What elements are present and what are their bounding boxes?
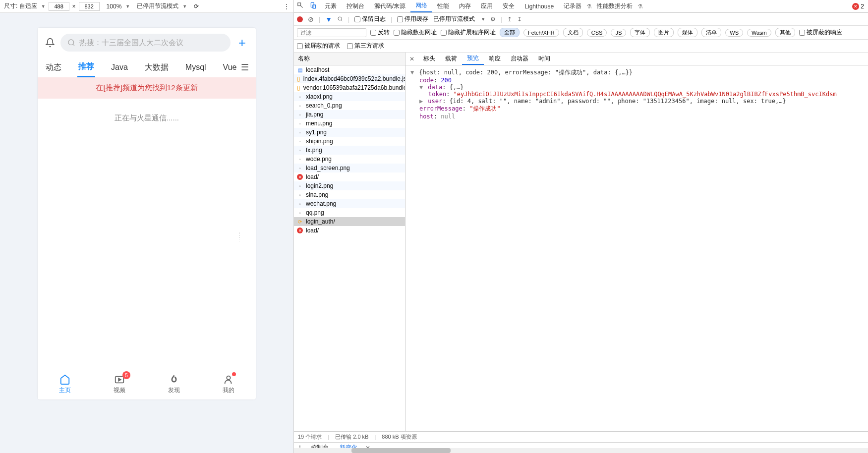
- img-icon: ▫: [297, 103, 303, 109]
- record-button[interactable]: [297, 16, 303, 22]
- throttle-label[interactable]: 已停用节流模式: [137, 2, 178, 10]
- inspect-icon[interactable]: [294, 2, 307, 10]
- request-row[interactable]: ✕load/: [294, 226, 405, 235]
- search-bar[interactable]: 热搜：十三届全国人大二次会议: [60, 34, 231, 52]
- request-row[interactable]: ▫qq.png: [294, 208, 405, 217]
- tab-java[interactable]: Java: [110, 59, 129, 76]
- search-icon[interactable]: [337, 15, 343, 23]
- plus-icon[interactable]: +: [235, 35, 249, 51]
- tab-application[interactable]: 应用: [476, 0, 498, 12]
- chip-other[interactable]: 其他: [775, 28, 795, 37]
- filter-icon[interactable]: ▼: [325, 15, 332, 23]
- tab-vue[interactable]: Vue: [222, 59, 238, 76]
- dtab-preview[interactable]: 预览: [462, 53, 484, 65]
- blocked-req-checkbox[interactable]: 被屏蔽的请求: [297, 42, 340, 50]
- preserve-log-checkbox[interactable]: 保留日志: [354, 15, 386, 23]
- close-icon[interactable]: ✕: [405, 56, 418, 62]
- tab-lighthouse[interactable]: Lighthouse: [520, 0, 559, 12]
- dtab-payload[interactable]: 载荷: [440, 53, 462, 65]
- tab-sources[interactable]: 源代码/来源: [369, 0, 410, 12]
- invert-checkbox[interactable]: 反转: [370, 28, 390, 37]
- request-row[interactable]: ⟳login_auth/: [294, 217, 405, 226]
- nav-home[interactable]: 主页: [38, 369, 92, 399]
- dtab-timing[interactable]: 时间: [533, 53, 555, 65]
- height-input[interactable]: [79, 2, 100, 11]
- nav-discover[interactable]: 发现: [147, 369, 201, 399]
- request-row[interactable]: {}index.4fabcd46bc0f939c52a2.bundle.js: [294, 74, 405, 83]
- drawer-scrollbar[interactable]: [294, 448, 868, 453]
- filter-input[interactable]: [297, 28, 366, 37]
- tab-perf-insights[interactable]: 性能数据分析: [592, 0, 637, 12]
- blocked-resp-checkbox[interactable]: 被屏蔽的响应: [799, 28, 842, 37]
- request-row[interactable]: ✕load/: [294, 172, 405, 181]
- request-row[interactable]: ▫login2.png: [294, 181, 405, 190]
- request-row[interactable]: ▫fx.png: [294, 146, 405, 155]
- chip-doc[interactable]: 文档: [563, 28, 583, 37]
- nav-video[interactable]: 视频 5: [92, 369, 147, 399]
- request-row[interactable]: {}vendor.106539abafa21725da6b.bundle.js: [294, 83, 405, 92]
- nav-mine[interactable]: 我的: [201, 369, 256, 399]
- dtab-headers[interactable]: 标头: [418, 53, 440, 65]
- vertical-splitter[interactable]: ⋮⋮: [237, 226, 240, 246]
- chevron-down-icon[interactable]: ▼: [481, 17, 485, 22]
- request-row[interactable]: ▫load_screen.png: [294, 164, 405, 172]
- request-row[interactable]: ▫sina.png: [294, 190, 405, 199]
- tab-elements[interactable]: 元素: [320, 0, 342, 12]
- chip-font[interactable]: 字体: [630, 28, 650, 37]
- chevron-down-icon[interactable]: ▼: [41, 4, 46, 9]
- hide-data-checkbox[interactable]: 隐藏数据网址: [394, 28, 437, 37]
- chevron-down-icon[interactable]: ▼: [125, 4, 130, 9]
- tab-bigdata[interactable]: 大数据: [144, 58, 170, 77]
- preview-body[interactable]: ▼ {host: null, code: 200, errorMessage: …: [405, 65, 868, 431]
- request-row[interactable]: ▫menu.png: [294, 119, 405, 128]
- third-party-checkbox[interactable]: 第三方请求: [347, 42, 384, 50]
- bell-icon[interactable]: [45, 37, 56, 48]
- more-icon[interactable]: ⋮: [284, 3, 289, 10]
- request-row[interactable]: ▫xiaoxi.png: [294, 92, 405, 101]
- rotate-icon[interactable]: ⟳: [194, 3, 199, 10]
- device-toggle-icon[interactable]: [307, 2, 320, 10]
- disable-cache-checkbox[interactable]: 停用缓存: [397, 15, 428, 23]
- chip-all[interactable]: 全部: [500, 28, 520, 37]
- throttle-dropdown[interactable]: 已停用节流模式: [433, 15, 475, 23]
- list-header-name[interactable]: 名称: [294, 53, 405, 65]
- chip-js[interactable]: JS: [611, 29, 626, 37]
- tab-dynamic[interactable]: 动态: [45, 58, 62, 77]
- request-row[interactable]: ▫shipin.png: [294, 137, 405, 146]
- tab-security[interactable]: 安全: [498, 0, 520, 12]
- chip-fetch[interactable]: Fetch/XHR: [523, 29, 559, 37]
- tab-recorder[interactable]: 记录器: [559, 0, 586, 12]
- upload-icon[interactable]: ↥: [507, 16, 512, 23]
- wifi-icon[interactable]: ⚙: [490, 16, 496, 23]
- chip-css[interactable]: CSS: [587, 29, 607, 37]
- chip-img[interactable]: 图片: [654, 28, 674, 37]
- tab-mysql[interactable]: Mysql: [184, 59, 207, 76]
- request-row[interactable]: ▫sy1.png: [294, 128, 405, 137]
- dtab-response[interactable]: 响应: [484, 53, 506, 65]
- tab-performance[interactable]: 性能: [432, 0, 454, 12]
- dtab-initiator[interactable]: 启动器: [506, 53, 533, 65]
- tab-network[interactable]: 网络: [410, 0, 432, 12]
- chip-manifest[interactable]: 清单: [701, 28, 721, 37]
- clear-button[interactable]: ⊘: [308, 15, 314, 23]
- chip-ws[interactable]: WS: [725, 29, 743, 37]
- request-row[interactable]: ▤localhost: [294, 65, 405, 74]
- size-label[interactable]: 尺寸: 自适应: [4, 2, 37, 10]
- zoom-label[interactable]: 100%: [107, 3, 122, 10]
- hide-ext-checkbox[interactable]: 隐藏扩展程序网址: [441, 28, 496, 37]
- request-row[interactable]: ▫wode.png: [294, 155, 405, 164]
- menu-icon[interactable]: ☰: [241, 62, 249, 73]
- error-badge[interactable]: ✕ 2: [852, 3, 864, 10]
- chip-wasm[interactable]: Wasm: [747, 29, 771, 37]
- tab-memory[interactable]: 内存: [454, 0, 476, 12]
- width-input[interactable]: [49, 2, 69, 11]
- request-name: xiaoxi.png: [306, 93, 333, 100]
- tab-console[interactable]: 控制台: [342, 0, 369, 12]
- tab-recommend[interactable]: 推荐: [77, 57, 95, 77]
- download-icon[interactable]: ↧: [517, 16, 522, 23]
- chevron-down-icon[interactable]: ▼: [182, 4, 187, 9]
- request-row[interactable]: ▫search_0.png: [294, 101, 405, 110]
- request-row[interactable]: ▫jia.png: [294, 110, 405, 119]
- request-row[interactable]: ▫wechat.png: [294, 199, 405, 208]
- chip-media[interactable]: 媒体: [678, 28, 697, 37]
